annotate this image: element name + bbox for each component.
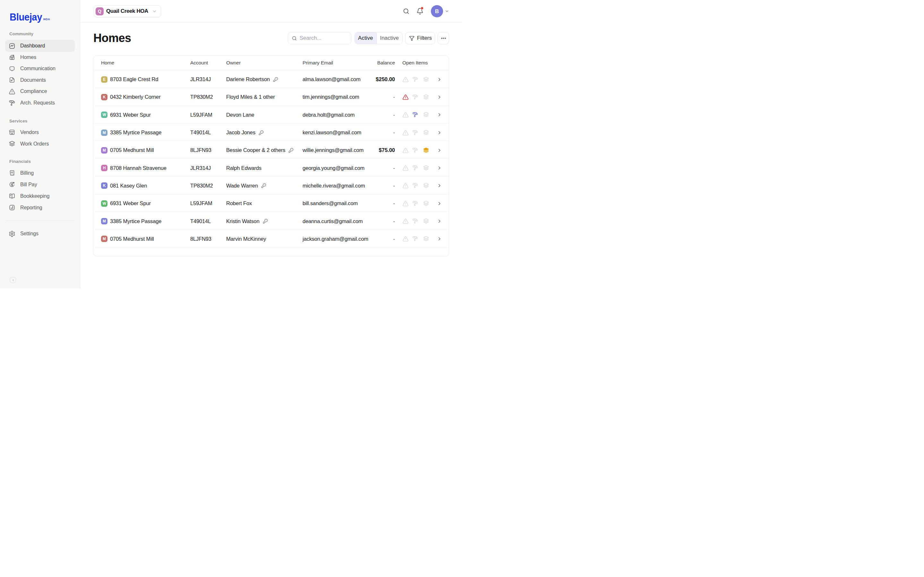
chevron-right-icon	[437, 183, 442, 188]
warning-icon[interactable]	[402, 200, 409, 207]
status-toggle: Active Inactive	[355, 32, 403, 44]
owner-name: Floyd Miles & 1 other	[226, 94, 275, 100]
sidebar-item-vendors[interactable]: Vendors	[5, 127, 75, 138]
sidebar-item-settings[interactable]: Settings	[5, 228, 75, 239]
sidebar-item-bill-pay[interactable]: Bill Pay	[5, 179, 75, 190]
sidebar-item-arch-requests[interactable]: Arch. Requests	[5, 97, 75, 109]
paint-roller-icon[interactable]	[412, 183, 418, 189]
home-badge: W	[101, 111, 107, 118]
table-row[interactable]: M 3385 Myrtice Passage T49014L Jacob Jon…	[94, 123, 449, 141]
warning-icon[interactable]	[402, 235, 409, 242]
warning-icon[interactable]	[402, 182, 409, 189]
sidebar-item-communication[interactable]: Communication	[5, 63, 75, 74]
home-cell: E 8703 Eagle Crest Rd	[101, 76, 190, 83]
key-icon	[288, 148, 294, 153]
layers-icon[interactable]	[423, 129, 429, 136]
sidebar-item-bookkeeping[interactable]: Bookkeeping	[5, 190, 75, 202]
sidebar-item-label: Communication	[20, 66, 55, 71]
layers-icon[interactable]	[423, 200, 429, 207]
sidebar-item-billing[interactable]: Billing	[5, 167, 75, 179]
open-items-cell	[395, 107, 441, 123]
layers-icon[interactable]	[423, 182, 429, 189]
page-head: Homes Active Inactive	[93, 23, 449, 55]
table-row[interactable]: K 081 Kasey Glen TP830M2 Wade Warren mic…	[94, 177, 449, 194]
sidebar-item-compliance[interactable]: Compliance	[5, 85, 75, 97]
warning-icon[interactable]	[402, 94, 409, 100]
layers-icon[interactable]	[423, 218, 429, 224]
table-row[interactable]: M 0705 Medhurst Mill 8LJFN93 Bessie Coop…	[94, 141, 449, 159]
sidebar-item-label: Billing	[20, 170, 34, 176]
communication-icon	[9, 65, 15, 72]
table-row[interactable]: M 0705 Medhurst Mill 8LJFN93 Marvin McKi…	[94, 230, 449, 247]
sidebar-collapse-button[interactable]	[10, 277, 16, 283]
account-cell: JLR314J	[190, 165, 226, 171]
sidebar-item-homes[interactable]: Homes	[5, 52, 75, 63]
email-cell: kenzi.lawson@gmail.com	[302, 129, 373, 135]
toggle-inactive[interactable]: Inactive	[376, 32, 402, 44]
paint-roller-icon[interactable]	[412, 201, 418, 206]
layers-icon[interactable]	[423, 111, 429, 118]
sidebar-item-documents[interactable]: Documents	[5, 74, 75, 86]
paint-roller-icon[interactable]	[412, 77, 418, 82]
warning-icon[interactable]	[402, 129, 409, 136]
sidebar-item-work-orders[interactable]: Work Orders	[5, 138, 75, 150]
user-menu[interactable]: B	[431, 5, 449, 17]
table-row[interactable]: W 6931 Weber Spur L59JFAM Robert Fox bil…	[94, 194, 449, 212]
layers-icon[interactable]	[423, 165, 429, 171]
logo-text: Bluejay	[10, 12, 42, 23]
sidebar-item-dashboard[interactable]: Dashboard	[5, 40, 75, 52]
more-options-button[interactable]	[438, 32, 449, 44]
table-row[interactable]: E 8703 Eagle Crest Rd JLR314J Darlene Ro…	[94, 70, 449, 88]
paint-roller-icon[interactable]	[412, 94, 418, 100]
owner-name: Bessie Cooper & 2 others	[226, 147, 285, 153]
warning-icon[interactable]	[402, 147, 409, 153]
paint-roller-icon[interactable]	[412, 236, 418, 242]
paint-roller-icon[interactable]	[412, 130, 418, 135]
email-cell: deanna.curtis@gmail.com	[302, 218, 373, 224]
sidebar-item-label: Dashboard	[20, 43, 45, 49]
filters-button[interactable]: Filters	[405, 32, 435, 44]
search-input[interactable]	[300, 32, 349, 44]
key-icon	[258, 130, 264, 135]
paint-roller-icon[interactable]	[412, 218, 418, 224]
owner-cell: Bessie Cooper & 2 others	[226, 147, 302, 153]
paint-roller-icon[interactable]	[412, 165, 418, 171]
balance-cell: $75.00	[373, 147, 395, 153]
table-row[interactable]: M 3385 Myrtice Passage T49014L Kristin W…	[94, 212, 449, 229]
bar-chart-icon	[9, 204, 15, 211]
gear-icon	[9, 230, 15, 237]
sidebar-item-reporting[interactable]: Reporting	[5, 202, 75, 213]
open-items-cell	[395, 231, 441, 247]
global-search-button[interactable]	[403, 8, 410, 15]
open-items-cell	[395, 213, 441, 229]
homes-icon	[9, 54, 15, 61]
sidebar-item-label: Homes	[20, 55, 36, 60]
layers-icon[interactable]	[423, 76, 429, 83]
account-cell: L59JFAM	[190, 200, 226, 206]
layers-icon[interactable]	[423, 235, 429, 242]
section-label-community: Community	[9, 31, 33, 36]
paint-roller-icon[interactable]	[412, 147, 418, 153]
owner-cell: Floyd Miles & 1 other	[226, 94, 302, 100]
home-cell: M 3385 Myrtice Passage	[101, 218, 190, 224]
chevron-right-icon	[437, 201, 442, 206]
warning-icon[interactable]	[402, 111, 409, 118]
toggle-active[interactable]: Active	[355, 32, 376, 44]
table-row[interactable]: K 0432 Kimberly Corner TP830M2 Floyd Mil…	[94, 88, 449, 105]
sidebar-item-label: Settings	[20, 231, 39, 237]
app-window: Bluejay HOA Community Dashboard	[0, 0, 462, 288]
email-cell: georgia.young@gmail.com	[302, 165, 373, 171]
home-cell: M 0705 Medhurst Mill	[101, 147, 190, 153]
column-header-owner: Owner	[226, 60, 302, 66]
warning-icon[interactable]	[402, 218, 409, 224]
org-selector[interactable]: Q Quail Creek HOA	[94, 5, 161, 17]
warning-icon[interactable]	[402, 165, 409, 171]
layers-icon[interactable]	[423, 147, 429, 153]
warning-icon[interactable]	[402, 76, 409, 83]
table-row[interactable]: H 8708 Hannah Stravenue JLR314J Ralph Ed…	[94, 159, 449, 176]
layers-icon[interactable]	[423, 94, 429, 100]
table-row[interactable]: W 6931 Weber Spur L59JFAM Devon Lane deb…	[94, 106, 449, 123]
balance-cell: -	[373, 218, 395, 224]
ellipsis-icon	[441, 35, 447, 41]
paint-roller-icon[interactable]	[412, 112, 418, 118]
